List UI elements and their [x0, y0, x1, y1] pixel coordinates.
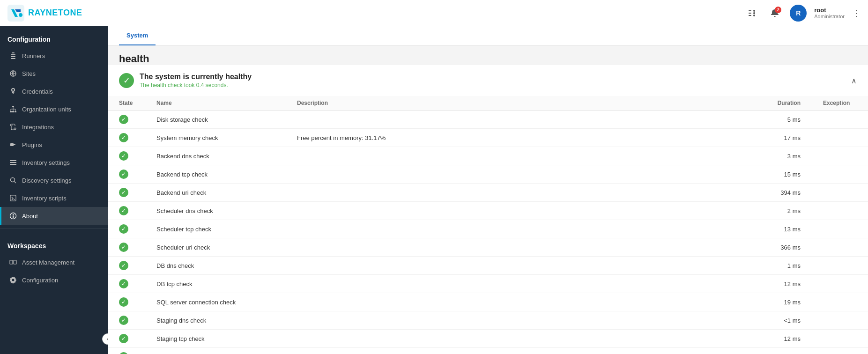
state-icon: ✓ — [119, 151, 128, 161]
sidebar-item-about[interactable]: About — [0, 207, 108, 225]
logo-text: RAYNETONE — [28, 8, 82, 18]
sidebar-divider — [0, 229, 108, 229]
svg-rect-18 — [10, 143, 14, 146]
check-description — [286, 165, 756, 184]
check-name: Scheduler tcp check — [145, 220, 286, 238]
check-duration: 5 ms — [756, 111, 812, 129]
health-collapse-button[interactable]: ∧ — [851, 76, 857, 85]
org-icon — [9, 105, 17, 113]
sidebar-item-configuration[interactable]: Configuration — [0, 271, 108, 289]
table-row: ✓ SQL server connection check 19 ms — [108, 293, 868, 311]
state-icon: ✓ — [119, 334, 128, 343]
plugin-icon — [9, 140, 17, 149]
sidebar-item-inventory-scripts[interactable]: Inventory scripts — [0, 189, 108, 207]
sidebar-item-credentials[interactable]: Credentials — [0, 82, 108, 100]
runner-icon — [9, 52, 17, 60]
app-header: RAYNETONE 2 R root Administrator ⋮ — [0, 0, 868, 26]
check-name: System memory check — [145, 129, 286, 147]
table-row: ✓ Disk storage check 5 ms — [108, 111, 868, 129]
sidebar-item-integrations[interactable]: Integrations — [0, 118, 108, 136]
health-status: ✓ The system is currently healthy The he… — [119, 73, 252, 88]
sidebar-collapse-button[interactable]: ‹ — [102, 333, 108, 345]
sidebar-item-runners[interactable]: Runners — [0, 47, 108, 65]
sidebar-label-runners: Runners — [22, 52, 45, 59]
notification-button[interactable]: 2 — [767, 6, 782, 21]
check-name: Staging connection check — [145, 348, 286, 354]
sidebar-item-sites[interactable]: Sites — [0, 65, 108, 82]
svg-rect-20 — [10, 162, 16, 163]
check-exception — [812, 129, 868, 147]
table-row: ✓ Backend tcp check 15 ms — [108, 165, 868, 184]
table-row: ✓ Staging connection check 263 ms — [108, 348, 868, 354]
integration-icon — [9, 123, 17, 131]
state-icon: ✓ — [119, 243, 128, 252]
check-exception — [812, 257, 868, 275]
check-description — [286, 348, 756, 354]
sidebar-item-inventory-settings[interactable]: Inventory settings — [0, 154, 108, 171]
check-exception — [812, 311, 868, 330]
logo-icon — [7, 5, 24, 22]
page-title: health — [119, 53, 857, 65]
scripts-icon — [9, 194, 17, 202]
sidebar-label-plugins: Plugins — [22, 141, 42, 148]
sidebar-label-org-units: Organization units — [22, 106, 71, 113]
menu-icon-button[interactable] — [745, 6, 760, 21]
table-row: ✓ Backend dns check 3 ms — [108, 147, 868, 165]
table-row: ✓ Backend uri check 394 ms — [108, 184, 868, 202]
svg-rect-11 — [12, 111, 14, 112]
state-icon: ✓ — [119, 352, 128, 354]
more-options-button[interactable]: ⋮ — [852, 8, 861, 18]
svg-rect-4 — [749, 15, 751, 16]
check-name: Scheduler uri check — [145, 238, 286, 257]
health-subtitle: The health check took 0.4 seconds. — [140, 82, 252, 88]
asset-icon — [9, 258, 17, 266]
svg-point-22 — [11, 178, 15, 182]
sidebar-label-inventory-settings: Inventory settings — [22, 159, 70, 166]
sidebar-item-asset-management[interactable]: Asset Management — [0, 253, 108, 271]
sidebar-item-org-units[interactable]: Organization units — [0, 100, 108, 118]
svg-rect-27 — [13, 215, 14, 218]
col-exception: Exception — [812, 96, 868, 111]
check-description — [286, 311, 756, 330]
svg-point-7 — [753, 15, 755, 16]
health-title: The system is currently healthy — [140, 73, 252, 81]
page-content: ✓ The system is currently healthy The he… — [108, 65, 868, 354]
check-duration: 15 ms — [756, 165, 812, 184]
state-icon: ✓ — [119, 224, 128, 234]
check-name: Backend dns check — [145, 147, 286, 165]
check-name: Backend uri check — [145, 184, 286, 202]
health-table: State Name Description Duration Exceptio… — [108, 96, 868, 354]
check-duration: 366 ms — [756, 238, 812, 257]
check-description — [286, 202, 756, 220]
svg-rect-19 — [10, 160, 16, 161]
sidebar-label-integrations: Integrations — [22, 124, 54, 131]
config-icon — [9, 276, 17, 284]
user-avatar[interactable]: R — [790, 5, 807, 22]
state-icon: ✓ — [119, 316, 128, 325]
check-duration: 13 ms — [756, 220, 812, 238]
check-duration: 12 ms — [756, 330, 812, 348]
svg-rect-12 — [15, 111, 16, 112]
svg-rect-29 — [10, 260, 13, 264]
svg-rect-28 — [13, 214, 14, 215]
table-row: ✓ Scheduler tcp check 13 ms — [108, 220, 868, 238]
check-exception — [812, 238, 868, 257]
check-description — [286, 111, 756, 129]
check-description — [286, 220, 756, 238]
health-section: ✓ The system is currently healthy The he… — [108, 65, 868, 354]
check-exception — [812, 111, 868, 129]
check-exception — [812, 275, 868, 293]
svg-rect-3 — [749, 13, 751, 14]
tab-system[interactable]: System — [119, 26, 156, 45]
check-exception — [812, 202, 868, 220]
check-description — [286, 257, 756, 275]
sidebar-item-discovery-settings[interactable]: Discovery settings — [0, 171, 108, 189]
svg-rect-10 — [10, 111, 12, 112]
check-description — [286, 147, 756, 165]
state-icon: ✓ — [119, 170, 128, 179]
user-info[interactable]: root Administrator — [814, 7, 845, 19]
discovery-icon — [9, 176, 17, 184]
sidebar-label-about: About — [22, 213, 38, 220]
sidebar-item-plugins[interactable]: Plugins — [0, 136, 108, 154]
table-row: ✓ DB dns check 1 ms — [108, 257, 868, 275]
